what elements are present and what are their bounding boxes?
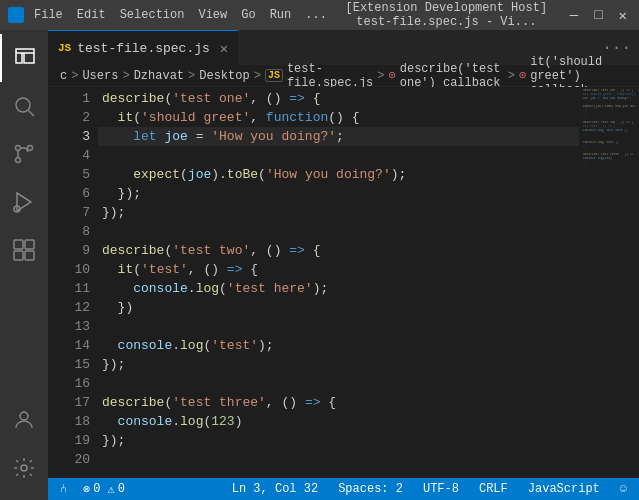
menu-selection[interactable]: Selection [120, 8, 185, 22]
code-line-8 [98, 222, 579, 241]
menu-more[interactable]: ... [305, 8, 327, 22]
svg-rect-8 [25, 240, 34, 249]
ln-9: 9 [56, 241, 90, 260]
breadcrumb-sym1-icon: ⊙ [389, 68, 396, 83]
ln-11: 11 [56, 279, 90, 298]
svg-point-4 [28, 146, 33, 151]
status-spaces[interactable]: Spaces: 2 [334, 478, 407, 500]
status-ln-col[interactable]: Ln 3, Col 32 [228, 478, 322, 500]
activity-settings[interactable] [0, 444, 48, 492]
minimize-button[interactable]: — [566, 7, 582, 24]
status-line-ending[interactable]: CRLF [475, 478, 512, 500]
line-numbers: 1 2 3 4 5 6 7 8 9 10 11 12 13 14 15 16 1… [48, 87, 98, 478]
code-line-3: let joe = 'How you doing?'; [98, 127, 579, 146]
breadcrumb-describe[interactable]: describe('test one') callback [400, 62, 504, 90]
ln-5: 5 [56, 165, 90, 184]
code-line-4 [98, 146, 579, 165]
ln-col-label: Ln 3, Col 32 [232, 482, 318, 496]
language-label: JavaScript [528, 482, 600, 496]
activity-search[interactable] [0, 82, 48, 130]
close-button[interactable]: ✕ [615, 7, 631, 24]
ln-10: 10 [56, 260, 90, 279]
code-line-15: }); [98, 355, 579, 374]
svg-point-11 [20, 412, 28, 420]
menu-run[interactable]: Run [270, 8, 292, 22]
status-errors[interactable]: ⊗ 0 ⚠ 0 [79, 478, 129, 500]
ln-7: 7 [56, 203, 90, 222]
code-line-14: console.log('test'); [98, 336, 579, 355]
code-line-6: }); [98, 184, 579, 203]
warning-icon: ⚠ [107, 482, 114, 497]
minimap: describe('test one', () => { it('should … [579, 87, 639, 478]
status-language[interactable]: JavaScript [524, 478, 604, 500]
ln-13: 13 [56, 317, 90, 336]
minimap-content: describe('test one', () => { it('should … [579, 87, 639, 167]
minimap-line-19: }); [583, 161, 635, 165]
breadcrumb-c[interactable]: c [60, 69, 67, 83]
code-line-7: }); [98, 203, 579, 222]
svg-point-12 [21, 465, 27, 471]
status-git[interactable]: ⑃ [56, 478, 71, 500]
menu-go[interactable]: Go [241, 8, 255, 22]
tab-file-icon: JS [58, 42, 71, 54]
code-line-10: it('test', () => { [98, 260, 579, 279]
code-line-13 [98, 317, 579, 336]
menu-view[interactable]: View [198, 8, 227, 22]
activity-accounts[interactable] [0, 396, 48, 444]
status-feedback[interactable]: ☺ [616, 478, 631, 500]
encoding-label: UTF-8 [423, 482, 459, 496]
minimap-line-11: console.log('test here'); [583, 129, 635, 133]
breadcrumb-users[interactable]: Users [82, 69, 118, 83]
menu-edit[interactable]: Edit [77, 8, 106, 22]
line-ending-label: CRLF [479, 482, 508, 496]
code-line-9: describe('test two', () => { [98, 241, 579, 260]
feedback-icon: ☺ [620, 482, 627, 496]
tab-test-file[interactable]: JS test-file.spec.js ✕ [48, 30, 238, 65]
svg-point-2 [16, 146, 21, 151]
status-bar: ⑃ ⊗ 0 ⚠ 0 Ln 3, Col 32 Spaces: 2 UTF-8 [48, 478, 639, 500]
activity-extensions[interactable] [0, 226, 48, 274]
breadcrumb-js-icon: JS [265, 69, 283, 82]
maximize-button[interactable]: □ [590, 7, 606, 24]
menu-file[interactable]: File [34, 8, 63, 22]
tab-close-icon[interactable]: ✕ [220, 40, 228, 57]
activity-run-debug[interactable] [0, 178, 48, 226]
title-bar: File Edit Selection View Go Run ... [Ext… [0, 0, 639, 30]
code-line-20 [98, 450, 579, 469]
ln-2: 2 [56, 108, 90, 127]
code-line-5: expect(joe).toBe('How you doing?'); [98, 165, 579, 184]
ln-6: 6 [56, 184, 90, 203]
main-layout: JS test-file.spec.js ✕ ··· c > Users > D… [0, 30, 639, 500]
activity-explorer[interactable] [0, 34, 48, 82]
breadcrumb-filename[interactable]: test-file.spec.js [287, 62, 373, 90]
activity-bar [0, 30, 48, 500]
svg-line-1 [29, 111, 35, 117]
status-encoding[interactable]: UTF-8 [419, 478, 463, 500]
code-line-11: console.log('test here'); [98, 279, 579, 298]
svg-point-3 [16, 158, 21, 163]
ln-4: 4 [56, 146, 90, 165]
status-left: ⑃ ⊗ 0 ⚠ 0 [56, 478, 129, 500]
code-line-12: }) [98, 298, 579, 317]
error-icon: ⊗ [83, 482, 90, 497]
error-count: 0 [93, 482, 100, 496]
window-title: [Extension Development Host] test-file.s… [327, 1, 566, 29]
activity-source-control[interactable] [0, 130, 48, 178]
activity-bottom [0, 396, 48, 500]
breadcrumb-dzhavat[interactable]: Dzhavat [134, 69, 184, 83]
code-line-2: it('should greet', function() { [98, 108, 579, 127]
code-line-19: }); [98, 431, 579, 450]
ln-14: 14 [56, 336, 90, 355]
minimap-line-3: let joe = 'How you doing?'; [583, 97, 635, 101]
ln-1: 1 [56, 89, 90, 108]
ln-19: 19 [56, 431, 90, 450]
editor-area: JS test-file.spec.js ✕ ··· c > Users > D… [48, 30, 639, 500]
title-bar-menu: File Edit Selection View Go Run ... [34, 8, 327, 22]
warning-count: 0 [118, 482, 125, 496]
tab-label: test-file.spec.js [77, 41, 210, 56]
svg-rect-10 [25, 251, 34, 260]
breadcrumb-desktop[interactable]: Desktop [199, 69, 249, 83]
code-line-18: console.log(123) [98, 412, 579, 431]
svg-rect-7 [14, 240, 23, 249]
code-editor[interactable]: describe('test one', () => { it('should … [98, 87, 579, 478]
